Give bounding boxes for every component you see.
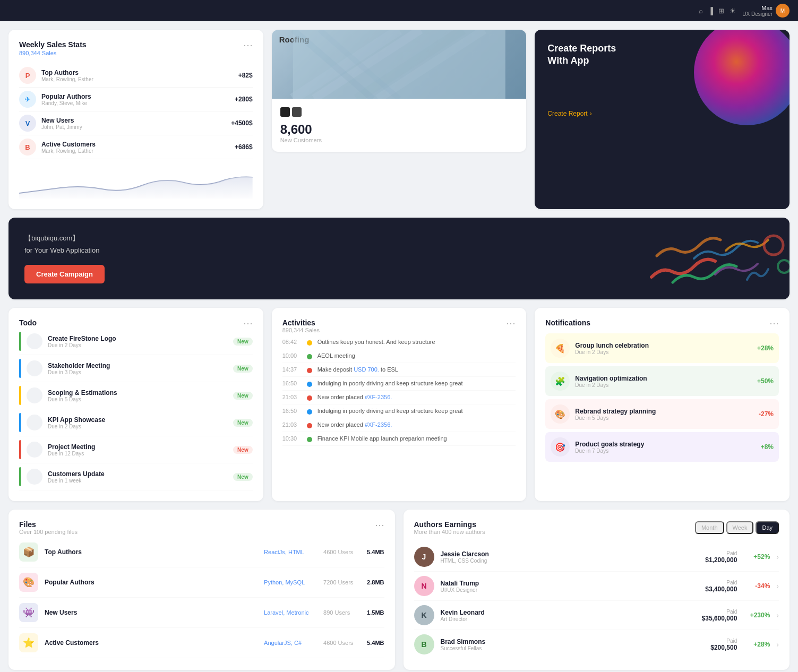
roofing-image: Roofing	[272, 30, 527, 99]
top-authors-icon: P	[19, 67, 36, 84]
author-avatar: J	[414, 547, 434, 567]
authors-earnings-subtitle: More than 400 new authors	[414, 529, 485, 535]
files-list: 📦 Top Authors ReactJs, HTML 4600 Users 5…	[19, 537, 384, 658]
notification-title: Product goals strategy	[575, 441, 755, 448]
campaign-badge: 【biqubiqu.com】	[24, 234, 105, 243]
activity-dot	[307, 395, 312, 401]
ws-item-top-authors: P Top Authors Mark, Rowling, Esther +82$	[19, 64, 253, 88]
notification-value: +8%	[761, 443, 774, 451]
authors-earnings-header: Authors Earnings More than 400 new autho…	[414, 520, 779, 535]
ws-item-popular-authors: ✈ Popular Authors Randy, Steve, Mike +28…	[19, 88, 253, 111]
todo-item: Stakeholder Meeting Due in 3 Days New	[19, 355, 253, 382]
files-subtitle: Over 100 pending files	[19, 529, 78, 535]
chevron-right-icon[interactable]: ›	[776, 640, 779, 649]
author-avatar: B	[414, 634, 434, 654]
tab-week[interactable]: Week	[726, 521, 754, 534]
todo-bar-green	[19, 332, 21, 351]
todo-circle	[27, 360, 42, 376]
status-badge: New	[233, 338, 253, 346]
weekly-sales-title: Weekly Sales Stats	[19, 40, 87, 49]
notification-item-product: 🎯 Product goals strategy Due in 7 Days +…	[545, 432, 779, 462]
campaign-card: 【biqubiqu.com】 for Your Web Application …	[8, 218, 790, 299]
todo-bar-green	[19, 467, 21, 486]
activity-link[interactable]: #XF-2356.	[365, 421, 392, 428]
create-campaign-button[interactable]: Create Campaign	[24, 265, 105, 283]
activity-item: 16:50 Indulging in poorly driving and ke…	[282, 404, 516, 418]
todo-bar-blue	[19, 413, 21, 432]
notification-value: -27%	[759, 410, 774, 418]
weekly-sales-items: P Top Authors Mark, Rowling, Esther +82$…	[19, 64, 253, 159]
todo-item: Scoping & Estimations Due in 5 Days New	[19, 382, 253, 409]
grid-icon[interactable]: ⊞	[718, 7, 724, 15]
notification-due: Due in 2 Days	[575, 349, 752, 355]
activities-title: Activities	[282, 318, 320, 327]
activity-link[interactable]: USD 700.	[354, 366, 379, 373]
search-icon[interactable]: ⌕	[699, 7, 703, 15]
status-badge: New	[233, 365, 253, 373]
file-icon: 🎨	[19, 573, 38, 592]
campaign-content: 【biqubiqu.com】 for Your Web Application …	[24, 234, 105, 283]
authors-earnings-title: Authors Earnings	[414, 520, 485, 529]
roofing-card: Roofing 8,600 N	[272, 30, 527, 152]
activity-dot	[307, 382, 312, 387]
file-item-active-customers: ⭐ Active Customers AngularJS, C# 4600 Us…	[19, 628, 384, 658]
activity-item: 10:30 Finance KPI Mobile app launch prep…	[282, 432, 516, 446]
square-medium-icon	[292, 107, 302, 117]
notifications-menu-button[interactable]: ⋯	[769, 318, 779, 328]
row3: Todo ⋯ Create FireStone Logo Due in 2 Da…	[0, 308, 798, 501]
activities-subtitle: 890,344 Sales	[282, 327, 320, 333]
reports-title: Create ReportsWith App	[547, 42, 777, 67]
author-avatar: K	[414, 605, 434, 625]
tab-day[interactable]: Day	[756, 521, 779, 534]
ws-item-new-users: V New Users John, Pat, Jimmy +4500$	[19, 111, 253, 135]
activities-menu-button[interactable]: ⋯	[506, 318, 516, 328]
chevron-right-icon[interactable]: ›	[776, 611, 779, 619]
notification-title: Navigation optimization	[575, 375, 752, 382]
notification-icon: 🎨	[551, 404, 570, 424]
todo-list: Create FireStone Logo Due in 2 Days New …	[19, 328, 253, 490]
chevron-right-icon[interactable]: ›	[776, 582, 779, 590]
notification-item-navigation: 🧩 Navigation optimization Due in 2 Days …	[545, 366, 779, 396]
activities-list: 08:42 Outlines keep you honest. And keep…	[282, 335, 516, 446]
todo-circle	[27, 469, 42, 485]
notifications-title: Notifications	[545, 318, 590, 327]
author-change: +28%	[743, 641, 770, 648]
notifications-card: Notifications ⋯ 🍕 Group lunch celebratio…	[535, 308, 790, 501]
todo-menu-button[interactable]: ⋯	[243, 318, 253, 328]
file-item-new-users: 👾 New Users Laravel, Metronic 890 Users …	[19, 598, 384, 628]
user-name-label: Max	[742, 5, 773, 11]
weekly-sales-menu[interactable]: ⋯	[243, 40, 253, 50]
activity-dot	[307, 340, 312, 346]
row1: Weekly Sales Stats 890,344 Sales ⋯ P Top…	[0, 21, 798, 218]
row4: Files Over 100 pending files ⋯ 📦 Top Aut…	[0, 510, 798, 672]
activity-dot	[307, 437, 312, 442]
files-menu-button[interactable]: ⋯	[375, 520, 384, 530]
svg-point-9	[778, 260, 790, 273]
author-item-brad: B Brad Simmons Successful Fellas Paid $2…	[414, 630, 779, 659]
theme-icon[interactable]: ☀	[730, 7, 736, 15]
reports-card: Create ReportsWith App Create Report ›	[535, 30, 790, 209]
avatar: M	[776, 4, 790, 18]
signal-icon: ▐	[708, 7, 713, 15]
notification-due: Due in 5 Days	[575, 415, 753, 421]
activity-link[interactable]: #XF-2356.	[365, 394, 392, 400]
authors-list: J Jessie Clarcson HTML, CSS Coding Paid …	[414, 542, 779, 659]
activity-dot	[307, 409, 312, 415]
topbar: ⌕ ▐ ⊞ ☀ Max UX Designer M	[0, 0, 798, 21]
notification-title: Rebrand strategy planning	[575, 408, 753, 415]
chevron-right-icon[interactable]: ›	[776, 553, 779, 561]
user-info: Max UX Designer M	[742, 4, 790, 18]
notification-icon: 🧩	[551, 372, 570, 391]
user-role-label: UX Designer	[742, 11, 773, 17]
todo-circle	[27, 387, 42, 403]
author-item-kevin: K Kevin Leonard Art Director Paid $35,60…	[414, 601, 779, 630]
todo-circle	[27, 415, 42, 430]
popular-authors-icon: ✈	[19, 91, 36, 108]
roofing-icons	[280, 107, 518, 117]
authors-earnings-tabs: Month Week Day	[695, 521, 779, 534]
notification-title: Group lunch celebration	[575, 342, 752, 349]
activity-dot	[307, 368, 312, 373]
create-report-link[interactable]: Create Report ›	[547, 110, 777, 117]
activity-item: 10:00 AEOL meeting	[282, 349, 516, 363]
tab-month[interactable]: Month	[695, 521, 724, 534]
